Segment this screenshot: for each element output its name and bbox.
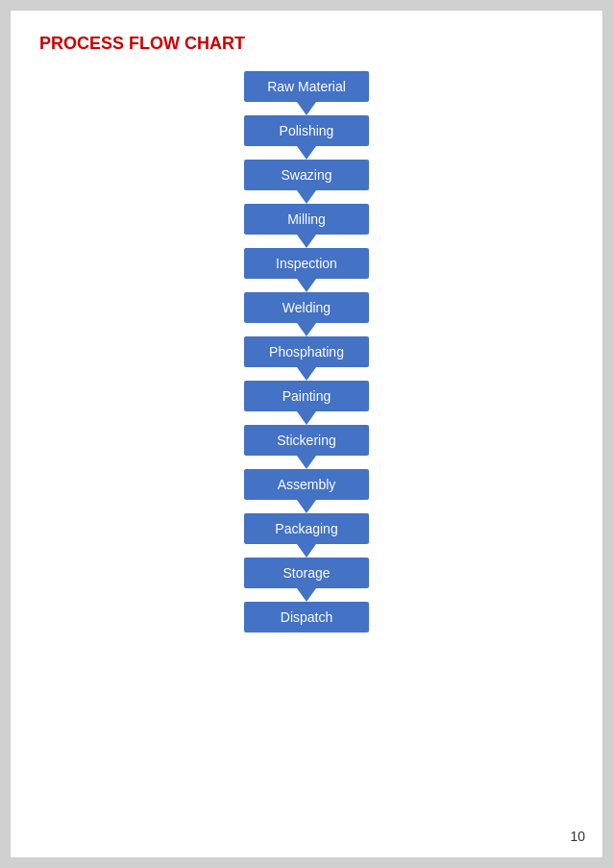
flow-arrow-7 — [297, 411, 316, 425]
flow-step-welding: Welding — [244, 292, 369, 323]
flow-step-phosphating: Phosphating — [244, 336, 369, 367]
flow-step-polishing: Polishing — [244, 115, 369, 146]
flow-step-swazing: Swazing — [244, 160, 369, 190]
flow-arrow-9 — [297, 500, 316, 513]
flow-chart: Raw MaterialPolishingSwazingMillingInspe… — [30, 71, 583, 632]
page-number: 10 — [570, 829, 585, 844]
page: PROCESS FLOW CHART Raw MaterialPolishing… — [10, 10, 603, 858]
flow-step-dispatch: Dispatch — [244, 602, 369, 632]
flow-step-painting: Painting — [244, 381, 369, 411]
flow-step-packaging: Packaging — [244, 513, 369, 544]
flow-arrow-3 — [297, 235, 316, 248]
flow-arrow-11 — [297, 588, 316, 602]
flow-step-raw-material: Raw Material — [244, 71, 369, 102]
flow-arrow-10 — [297, 544, 316, 558]
flow-arrow-6 — [297, 367, 316, 381]
page-title: PROCESS FLOW CHART — [39, 34, 583, 54]
flow-arrow-8 — [297, 456, 316, 469]
flow-arrow-1 — [297, 146, 316, 160]
flow-step-inspection: Inspection — [244, 248, 369, 279]
flow-arrow-4 — [297, 279, 316, 292]
flow-step-assembly: Assembly — [244, 469, 369, 500]
flow-arrow-2 — [297, 190, 316, 204]
flow-arrow-5 — [297, 323, 316, 336]
flow-step-milling: Milling — [244, 204, 369, 235]
flow-step-stickering: Stickering — [244, 425, 369, 456]
flow-arrow-0 — [297, 102, 316, 115]
flow-step-storage: Storage — [244, 558, 369, 588]
